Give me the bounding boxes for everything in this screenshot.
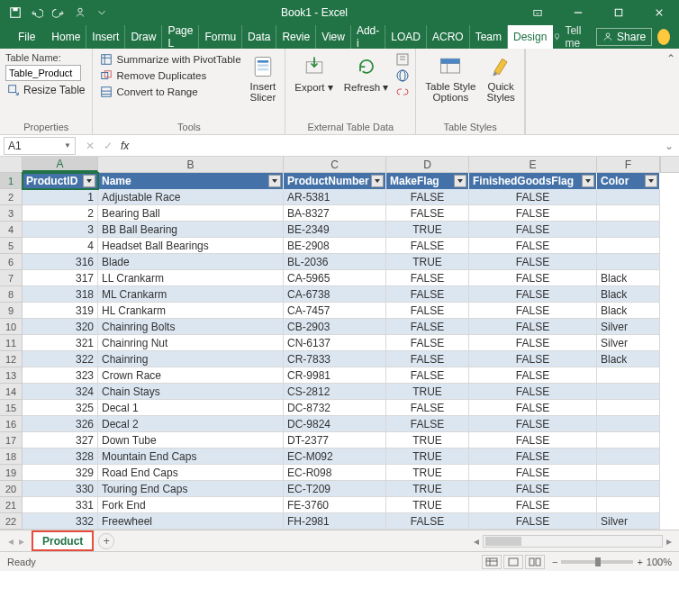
cancel-formula-icon[interactable]: ✕ — [83, 140, 97, 152]
cell[interactable]: BL-2036 — [284, 254, 386, 270]
cell[interactable]: Black — [597, 303, 660, 319]
table-header-name[interactable]: Name — [98, 173, 284, 189]
cell[interactable]: 330 — [23, 481, 98, 497]
cell[interactable] — [597, 222, 660, 238]
table-style-options-button[interactable]: Table Style Options — [421, 52, 479, 104]
cell[interactable]: Blade — [98, 254, 284, 270]
zoom-level[interactable]: 100% — [647, 557, 672, 567]
cell[interactable]: TRUE — [386, 481, 469, 497]
hscroll-track[interactable] — [483, 535, 663, 548]
tell-me[interactable]: Tell me — [553, 24, 591, 50]
cell[interactable]: Fork End — [98, 497, 284, 513]
tab-insert[interactable]: Insert — [86, 25, 125, 49]
cell[interactable]: 317 — [23, 270, 98, 286]
cell[interactable]: FALSE — [386, 400, 469, 416]
cell[interactable]: FALSE — [386, 367, 469, 384]
cell[interactable] — [597, 497, 660, 513]
insert-slicer-button[interactable]: Insert Slicer — [247, 52, 280, 104]
column-header-F[interactable]: F — [597, 157, 660, 172]
cell[interactable]: Bearing Ball — [98, 205, 284, 222]
touch-mode-icon[interactable] — [70, 3, 90, 23]
cell[interactable]: DT-2377 — [284, 432, 386, 448]
filter-dropdown-icon[interactable] — [645, 175, 657, 187]
cell[interactable]: DC-8732 — [284, 400, 386, 416]
cell[interactable]: Chainring Bolts — [98, 319, 284, 335]
cell[interactable]: FH-2981 — [284, 513, 386, 530]
cell[interactable]: ML Crankarm — [98, 286, 284, 303]
cell[interactable] — [597, 205, 660, 222]
normal-view-icon[interactable] — [482, 555, 502, 569]
row-header[interactable]: 19 — [0, 465, 23, 481]
cell[interactable]: FALSE — [469, 400, 597, 416]
cell[interactable]: BA-8327 — [284, 205, 386, 222]
row-header[interactable]: 6 — [0, 254, 23, 270]
cell[interactable]: FALSE — [386, 416, 469, 432]
table-name-input[interactable] — [5, 65, 81, 81]
cell[interactable]: CA-7457 — [284, 303, 386, 319]
tab-design[interactable]: Design — [508, 25, 553, 49]
cell[interactable] — [597, 481, 660, 497]
cell[interactable]: Silver — [597, 513, 660, 530]
cell[interactable]: Black — [597, 286, 660, 303]
zoom-slider[interactable] — [561, 560, 633, 564]
cell[interactable]: EC-R098 — [284, 465, 386, 481]
zoom-out-icon[interactable]: − — [552, 557, 557, 567]
feedback-icon[interactable] — [657, 29, 670, 45]
cell[interactable]: CR-9981 — [284, 367, 386, 384]
ribbon-options-icon[interactable] — [517, 0, 557, 25]
cell[interactable]: Decal 1 — [98, 400, 284, 416]
cell[interactable]: FALSE — [469, 189, 597, 205]
name-box-dropdown-icon[interactable]: ▼ — [64, 141, 71, 149]
maximize-icon[interactable] — [598, 0, 638, 25]
name-box[interactable]: A1 ▼ — [4, 137, 76, 155]
table-header-finishedgoodsflag[interactable]: FinishedGoodsFlag — [469, 173, 597, 189]
cell[interactable]: Silver — [597, 335, 660, 351]
row-header[interactable]: 8 — [0, 286, 23, 303]
minimize-icon[interactable] — [557, 0, 598, 25]
column-header-A[interactable]: A — [23, 157, 98, 172]
add-sheet-button[interactable]: + — [98, 533, 114, 549]
cell[interactable]: Touring End Caps — [98, 481, 284, 497]
row-header[interactable]: 13 — [0, 367, 23, 384]
row-header[interactable]: 16 — [0, 416, 23, 432]
cell[interactable]: FE-3760 — [284, 497, 386, 513]
filter-dropdown-icon[interactable] — [454, 175, 466, 187]
cell[interactable]: 328 — [23, 448, 98, 465]
cell[interactable]: FALSE — [386, 303, 469, 319]
row-header[interactable]: 21 — [0, 497, 23, 513]
row-header[interactable]: 7 — [0, 270, 23, 286]
browser-icon[interactable] — [395, 68, 410, 83]
cell[interactable]: 322 — [23, 351, 98, 367]
cell[interactable]: 327 — [23, 432, 98, 448]
cell[interactable]: 319 — [23, 303, 98, 319]
cell[interactable]: Chain Stays — [98, 384, 284, 400]
cell[interactable]: Black — [597, 270, 660, 286]
tab-file[interactable]: File — [13, 25, 46, 49]
cell[interactable]: FALSE — [386, 335, 469, 351]
collapse-ribbon-icon[interactable]: ⌃ — [666, 52, 675, 65]
cell[interactable]: TRUE — [386, 384, 469, 400]
cell[interactable]: FALSE — [386, 189, 469, 205]
tab-load[interactable]: LOAD — [385, 25, 427, 49]
tab-page l[interactable]: Page L — [162, 25, 199, 49]
row-header[interactable]: 9 — [0, 303, 23, 319]
convert-range-button[interactable]: Convert to Range — [98, 85, 242, 99]
cell[interactable]: EC-T209 — [284, 481, 386, 497]
cell[interactable]: FALSE — [386, 513, 469, 530]
cell[interactable]: 329 — [23, 465, 98, 481]
cell[interactable] — [597, 384, 660, 400]
column-header-B[interactable]: B — [98, 157, 284, 172]
cell[interactable]: 320 — [23, 319, 98, 335]
cell[interactable]: FALSE — [469, 481, 597, 497]
cell[interactable]: FALSE — [469, 416, 597, 432]
cell[interactable]: 4 — [23, 238, 98, 254]
remove-duplicates-button[interactable]: Remove Duplicates — [98, 68, 242, 83]
undo-icon[interactable] — [27, 3, 47, 23]
cell[interactable] — [597, 238, 660, 254]
cell[interactable]: TRUE — [386, 497, 469, 513]
cell[interactable]: Adjustable Race — [98, 189, 284, 205]
cell[interactable]: FALSE — [469, 319, 597, 335]
tab-draw[interactable]: Draw — [125, 25, 162, 49]
quick-styles-button[interactable]: Quick Styles — [484, 52, 519, 104]
cell[interactable]: 1 — [23, 189, 98, 205]
